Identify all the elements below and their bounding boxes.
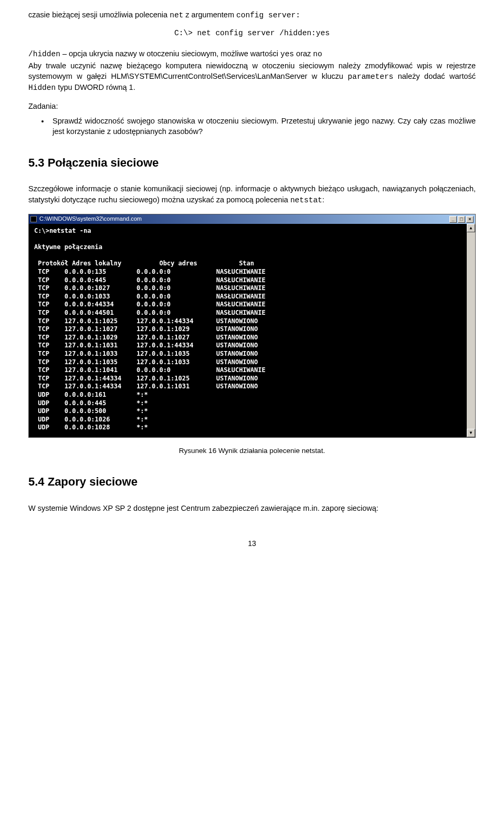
code-hidden-value: Hidden xyxy=(28,84,56,92)
terminal-scrollbar[interactable]: ▲ ▼ xyxy=(467,224,475,437)
text: czasie bieżącej sesji umożliwia poleceni… xyxy=(28,11,170,19)
minimize-button[interactable]: _ xyxy=(449,216,457,223)
figure-caption: Rysunek 16 Wynik działania polecenie net… xyxy=(28,446,476,456)
paragraph-firewall: W systemie Windows XP SP 2 dostępne jest… xyxy=(28,503,476,513)
text: oraz xyxy=(294,49,313,58)
scroll-up-button[interactable]: ▲ xyxy=(467,224,475,232)
tasks-list: Sprawdź widoczność swojego stanowiska w … xyxy=(49,116,476,137)
maximize-button[interactable]: □ xyxy=(458,216,465,223)
text: typu DWORD równą 1. xyxy=(56,83,135,91)
code-net: net xyxy=(170,11,183,19)
paragraph-net-config: czasie bieżącej sesji umożliwia poleceni… xyxy=(28,9,476,20)
task-item: Sprawdź widoczność swojego stanowiska w … xyxy=(49,116,476,137)
terminal-app-icon xyxy=(30,216,37,222)
code-parameters: parameters xyxy=(348,73,393,81)
page-number: 13 xyxy=(28,539,476,549)
code-hidden: /hidden xyxy=(28,50,60,58)
text: z argumentem xyxy=(183,11,236,19)
text: Szczegółowe informacje o stanie komunika… xyxy=(28,184,476,203)
section-5-3-heading: 5.3 Połączenia sieciowe xyxy=(28,155,476,171)
paragraph-registry: Aby trwale uczynić nazwę bieżącego kompu… xyxy=(28,60,476,94)
close-button[interactable]: × xyxy=(466,216,474,223)
command-line-example: C:\> net config server /hidden:yes xyxy=(28,28,476,38)
terminal-window: C:\WINDOWS\system32\command.com _ □ × C:… xyxy=(28,214,476,438)
text: : xyxy=(322,195,324,204)
terminal-title: C:\WINDOWS\system32\command.com xyxy=(39,215,142,223)
code-netstat: netstat xyxy=(290,196,322,204)
paragraph-hidden-option: /hidden – opcja ukrycia nazwy w otoczeni… xyxy=(28,48,476,59)
tasks-label: Zadania: xyxy=(28,101,476,111)
paragraph-netstat-intro: Szczegółowe informacje o stanie komunika… xyxy=(28,183,476,205)
text: należy dodać wartość xyxy=(393,72,476,80)
text: – opcja ukrycia nazwy w otoczeniu siecio… xyxy=(60,49,280,58)
terminal-titlebar[interactable]: C:\WINDOWS\system32\command.com _ □ × xyxy=(29,214,475,224)
code-yes: yes xyxy=(280,50,294,58)
code-config-server: config server: xyxy=(236,11,300,19)
section-5-4-heading: 5.4 Zapory sieciowe xyxy=(28,474,476,490)
code-no: no xyxy=(313,50,322,58)
terminal-output[interactable]: C:\>netstat -na Aktywne połączenia Proto… xyxy=(29,224,467,437)
scroll-down-button[interactable]: ▼ xyxy=(467,429,475,437)
scroll-track[interactable] xyxy=(467,232,475,429)
